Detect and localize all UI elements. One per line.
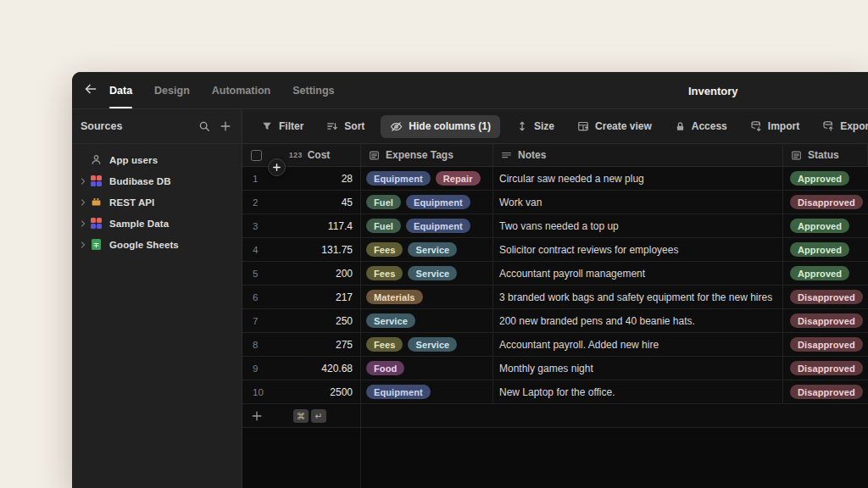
expense-tags-cell[interactable]: FuelEquipment — [361, 191, 493, 214]
hide-columns-1-button[interactable]: Hide columns (1) — [381, 115, 500, 138]
cost-cell[interactable]: 5200 — [242, 262, 361, 285]
cost-cell[interactable]: 102500 — [242, 380, 361, 403]
multiselect-icon — [369, 150, 380, 161]
size-button[interactable]: Size — [509, 116, 561, 136]
notes-cell[interactable]: Circular saw needed a new plug — [493, 167, 783, 190]
select-all-checkbox[interactable] — [251, 150, 262, 161]
expense-tags-cell[interactable]: EquipmentRepair — [361, 167, 493, 190]
cost-cell[interactable]: 245 — [242, 191, 361, 214]
status-cell[interactable]: Disapproved — [783, 286, 868, 308]
expense-tags-cell[interactable]: Service — [361, 309, 493, 332]
expense-tags-cell[interactable]: Food — [361, 357, 493, 380]
expense-tags-cell[interactable]: FuelEquipment — [361, 214, 493, 237]
sidebar-item-budibase-db[interactable]: Budibase DB — [72, 170, 242, 191]
access-button[interactable]: Access — [668, 116, 734, 136]
status-cell[interactable]: Approved — [783, 262, 868, 285]
tab-automation[interactable]: Automation — [212, 72, 270, 108]
create-view-button[interactable]: Create view — [570, 116, 659, 136]
column-header-cost[interactable]: 123Cost — [242, 144, 361, 166]
tab-data[interactable]: Data — [109, 72, 132, 108]
top-nav: DataDesignAutomationSettings Inventory — [72, 72, 868, 109]
user-icon — [90, 154, 103, 165]
expense-tags-cell[interactable]: Materials — [361, 286, 493, 308]
chevron-right-icon[interactable] — [79, 219, 90, 228]
expense-tags-cell[interactable]: FeesService — [361, 238, 493, 261]
cost-cell[interactable]: 128 — [242, 167, 361, 190]
expense-tags-cell[interactable]: Equipment — [361, 380, 493, 403]
column-header-notes[interactable]: Notes — [493, 144, 783, 166]
cost-value: 217 — [336, 291, 353, 303]
row-number: 6 — [253, 292, 258, 302]
filter-button[interactable]: Filter — [254, 116, 310, 136]
notes-cell[interactable]: 200 new branded pens and 40 beanie hats. — [493, 309, 783, 332]
grid-toolbar: FilterSortHide columns (1)SizeCreate vie… — [242, 109, 868, 144]
notes-cell[interactable]: Accountant payroll management — [493, 262, 783, 285]
search-icon[interactable] — [198, 120, 210, 132]
notes-cell[interactable]: 3 branded work bags and safety equipment… — [493, 286, 783, 308]
add-row[interactable]: ⌘↵ — [242, 404, 868, 428]
status-cell[interactable]: Disapproved — [783, 333, 868, 356]
column-header-expense-tags[interactable]: Expense Tags — [361, 144, 493, 166]
status-cell[interactable]: Approved — [783, 214, 868, 237]
toolbar-button-label: Import — [768, 120, 799, 132]
chevron-right-icon[interactable] — [79, 177, 90, 186]
row-number: 7 — [253, 316, 258, 326]
notes-cell[interactable]: Monthly games night — [493, 357, 783, 380]
toolbar-button-label: Size — [534, 120, 554, 132]
notes-cell[interactable]: Two vans needed a top up — [493, 214, 783, 237]
status-cell[interactable]: Approved — [783, 167, 868, 190]
grid-panel: FilterSortHide columns (1)SizeCreate vie… — [242, 109, 868, 488]
notes-cell[interactable]: Accountant payroll. Added new hire — [493, 333, 783, 356]
shortcut-key: ↵ — [311, 409, 326, 423]
sidebar-item-label: Google Sheets — [109, 240, 179, 250]
toolbar-button-label: Filter — [279, 120, 303, 132]
row-number: 5 — [253, 269, 258, 279]
notes-cell[interactable]: Solicitor contract reviews for employees — [493, 238, 783, 261]
cost-cell[interactable]: 8275 — [242, 333, 361, 356]
cost-cell[interactable]: 3117.4 — [242, 214, 361, 237]
column-header-status[interactable]: Status — [783, 144, 868, 166]
insert-row-button[interactable] — [268, 158, 286, 176]
status-cell[interactable]: Disapproved — [783, 191, 868, 214]
cost-value: 45 — [342, 197, 353, 208]
cost-value: 420.68 — [321, 363, 353, 374]
back-button[interactable] — [72, 72, 109, 108]
notes-cell[interactable]: New Laptop for the office. — [493, 380, 783, 403]
import-button[interactable]: Import — [743, 116, 806, 136]
options-icon — [791, 150, 802, 161]
status-badge: Disapproved — [790, 313, 863, 328]
sidebar-item-label: Budibase DB — [109, 176, 171, 186]
sidebar-item-sample-data[interactable]: Sample Data — [72, 213, 242, 234]
expense-tags-cell[interactable]: FeesService — [361, 333, 493, 356]
table-row: 3117.4FuelEquipmentTwo vans needed a top… — [242, 214, 868, 238]
sidebar-item-label: App users — [109, 155, 158, 165]
row-number: 1 — [253, 174, 258, 184]
toolbar-button-label: Access — [692, 120, 727, 132]
add-source-icon[interactable] — [220, 120, 231, 132]
chevron-right-icon[interactable] — [79, 198, 90, 207]
status-cell[interactable]: Disapproved — [783, 357, 868, 380]
status-cell[interactable]: Approved — [783, 238, 868, 261]
tag-pill: Service — [408, 337, 457, 352]
export-button[interactable]: Export — [815, 116, 868, 136]
source-list: App usersBudibase DBREST APISample DataG… — [72, 144, 242, 255]
status-cell[interactable]: Disapproved — [783, 380, 868, 403]
status-cell[interactable]: Disapproved — [783, 309, 868, 332]
cost-cell[interactable]: 4131.75 — [242, 238, 361, 261]
cost-cell[interactable]: 7250 — [242, 309, 361, 332]
tab-settings[interactable]: Settings — [292, 72, 334, 108]
desktop-background: DataDesignAutomationSettings Inventory S… — [0, 0, 868, 488]
chevron-right-icon[interactable] — [79, 241, 90, 249]
number-type-icon: 123 — [289, 151, 303, 159]
tab-design[interactable]: Design — [154, 72, 190, 108]
cost-cell[interactable]: 9420.68 — [242, 357, 361, 380]
tag-pill: Materials — [366, 290, 423, 304]
sidebar-item-rest-api[interactable]: REST API — [72, 191, 242, 213]
sort-button[interactable]: Sort — [320, 116, 371, 136]
cost-cell[interactable]: 6217 — [242, 286, 361, 308]
notes-cell[interactable]: Work van — [493, 191, 783, 214]
sidebar-item-google-sheets[interactable]: Google Sheets — [72, 234, 242, 255]
expense-tags-cell[interactable]: FeesService — [361, 262, 493, 285]
sidebar-item-app-users[interactable]: App users — [72, 149, 242, 170]
grid-rows: 128EquipmentRepairCircular saw needed a … — [242, 167, 868, 404]
